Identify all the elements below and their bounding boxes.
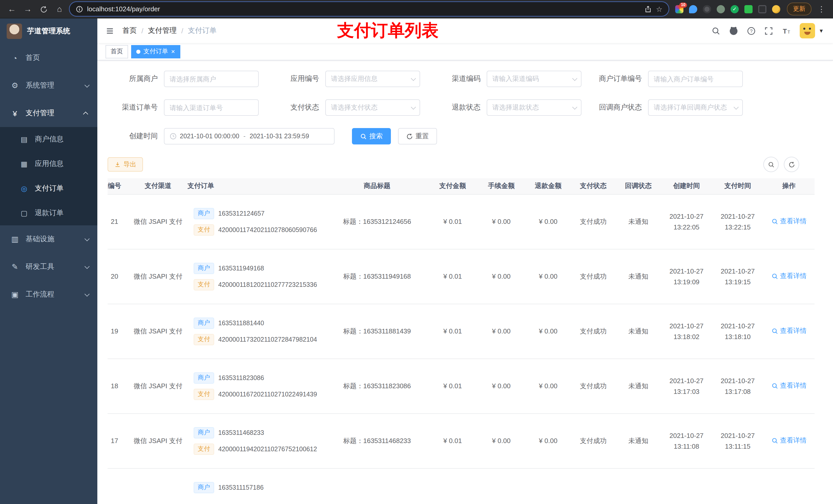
sidebar-item-label: 基础设施	[26, 235, 54, 244]
share-icon[interactable]	[645, 5, 652, 13]
cell-status: 支付成功	[571, 359, 616, 413]
browser-forward-icon[interactable]: →	[22, 0, 33, 18]
merchant-order-no: 1635311468233	[218, 429, 264, 436]
cell-action: 查看详情	[763, 194, 814, 249]
filter-select-app[interactable]: 请选择应用信息	[325, 71, 420, 87]
view-detail-link[interactable]: 查看详情	[771, 217, 807, 226]
navbar-icons: ? TT ▾	[712, 23, 825, 39]
merchant-tag: 商户	[194, 372, 214, 383]
paid-date: 2021-10-27	[712, 320, 763, 331]
reset-button[interactable]: 重置	[398, 128, 437, 144]
merchant-order-line: 商户1635312124657	[188, 208, 326, 219]
palette-extension-icon[interactable]: 10	[675, 5, 684, 13]
date-range-picker[interactable]: 2021-10-01 00:00:00 - 2021-10-31 23:59:5…	[164, 128, 335, 144]
url-bar[interactable]: localhost:1024/pay/order ☆	[70, 2, 669, 16]
sidebar-item-payment[interactable]: ¥支付管理	[0, 99, 97, 127]
github-icon[interactable]	[729, 26, 738, 35]
chat-extension-icon[interactable]	[744, 5, 753, 13]
select-placeholder: 请选择退款状态	[492, 103, 539, 112]
filter-select-channel-code[interactable]: 请输入渠道编码	[487, 71, 581, 87]
filter-input-merchant-order-no[interactable]	[648, 71, 743, 87]
cell-channel: 微信 JSAPI 支付	[128, 304, 188, 359]
check-extension-icon[interactable]: ✓	[731, 5, 739, 13]
created-date: 2021-10-27	[661, 211, 712, 221]
sidebar-item-system[interactable]: ⚙系统管理	[0, 72, 97, 99]
sidebar-item-infrastructure[interactable]: ▥基础设施	[0, 225, 97, 253]
filter-input-merchant[interactable]	[164, 71, 259, 87]
user-avatar[interactable]	[800, 23, 815, 39]
pin-extension-icon[interactable]	[758, 5, 766, 13]
cell-id: 20	[108, 249, 128, 304]
view-detail-link[interactable]: 查看详情	[771, 327, 807, 336]
browser-update-button[interactable]: 更新	[787, 3, 811, 15]
paid-date: 2021-10-27	[712, 430, 763, 441]
logo[interactable]: 芋道管理系统	[0, 19, 97, 44]
sidebar-item-devtools[interactable]: ✎研发工具	[0, 253, 97, 281]
sidebar-subitem-pay-order[interactable]: ◎支付订单	[0, 176, 97, 201]
browser-reload-icon[interactable]	[38, 0, 49, 18]
breadcrumb-item: 支付订单	[188, 26, 217, 35]
select-placeholder: 请输入渠道编码	[492, 74, 539, 83]
url-text[interactable]: localhost:1024/pay/order	[87, 5, 160, 13]
help-icon[interactable]: ?	[747, 26, 756, 35]
browser-menu-icon[interactable]: ⋮	[816, 4, 827, 14]
merchant-order-line: 商户1635311157186	[188, 482, 326, 493]
pay-order-line: 支付4200001167202110271022491439	[188, 388, 326, 400]
search-icon[interactable]	[712, 26, 720, 35]
dark-extension-icon[interactable]	[703, 5, 711, 13]
date-start[interactable]: 2021-10-01 00:00:00	[180, 133, 239, 140]
box-icon: ▣	[10, 290, 20, 299]
gray-extension-icon[interactable]	[717, 5, 725, 13]
browser-home-icon[interactable]: ⌂	[54, 0, 65, 18]
chevron-down-icon	[572, 75, 577, 81]
refresh-button[interactable]	[784, 157, 799, 172]
fullscreen-icon[interactable]	[764, 26, 773, 35]
view-detail-link[interactable]: 查看详情	[771, 436, 807, 446]
caret-down-icon[interactable]: ▾	[820, 27, 823, 34]
search-button[interactable]: 搜索	[352, 128, 391, 144]
created-time: 13:11:08	[661, 441, 712, 452]
filter-input-channel-order-no[interactable]	[164, 99, 259, 116]
submenu-payment: ▤商户信息▦应用信息◎支付订单▢退款订单	[0, 127, 97, 225]
filter-select-notify-status[interactable]: 请选择订单回调商户状态	[648, 99, 743, 116]
view-tab-0[interactable]: 首页	[105, 45, 128, 58]
sidebar-subitem-merchant-info[interactable]: ▤商户信息	[0, 127, 97, 152]
cell-channel: 微信 JSAPI 支付	[128, 413, 188, 468]
toggle-search-button[interactable]	[763, 157, 779, 172]
view-detail-link[interactable]: 查看详情	[771, 381, 807, 390]
created-date: 2021-10-27	[661, 320, 712, 331]
chevron-up-icon	[83, 112, 88, 117]
cell-id: 17	[108, 413, 128, 468]
face-extension-icon[interactable]	[772, 5, 780, 13]
breadcrumb-item[interactable]: 首页	[122, 26, 137, 35]
created-date: 2021-10-27	[661, 430, 712, 441]
close-tab-icon[interactable]: ×	[171, 48, 175, 55]
svg-text:?: ?	[750, 28, 753, 33]
browser-back-icon[interactable]: ←	[6, 0, 18, 18]
filter-select-pay-status[interactable]: 请选择支付状态	[325, 99, 420, 116]
chevron-down-icon	[411, 104, 416, 110]
drop-extension-icon[interactable]	[689, 5, 697, 13]
sidebar-subitem-refund-order[interactable]: ▢退款订单	[0, 201, 97, 225]
cell-refund: ¥ 0.00	[526, 359, 571, 413]
site-info-icon[interactable]	[76, 5, 83, 13]
cell-order: 商户1635311157186	[188, 468, 326, 504]
cell-channel	[128, 468, 188, 504]
sidebar-item-home[interactable]: ◔首页	[0, 44, 97, 72]
view-detail-link[interactable]: 查看详情	[771, 272, 807, 281]
sidebar-menu: ◔首页⚙系统管理¥支付管理▤商户信息▦应用信息◎支付订单▢退款订单▥基础设施✎研…	[0, 44, 97, 308]
export-button[interactable]: 导出	[108, 157, 143, 172]
bookmark-star-icon[interactable]: ☆	[656, 5, 662, 13]
cell-title: 标题：1635311468233	[326, 413, 428, 468]
breadcrumb-item[interactable]: 支付管理	[148, 26, 177, 35]
sidebar-toggle-icon[interactable]	[105, 26, 114, 35]
filter-select-refund-status[interactable]: 请选择退款状态	[487, 99, 581, 116]
sidebar-subitem-app-info[interactable]: ▦应用信息	[0, 152, 97, 176]
font-size-icon[interactable]: TT	[782, 26, 791, 35]
view-tab-1[interactable]: 支付订单×	[131, 45, 180, 58]
date-end[interactable]: 2021-10-31 23:59:59	[250, 133, 309, 140]
screen: ← → ⌂ localhost:1024/pay/order ☆ 10✓ 更新 …	[0, 0, 833, 504]
sidebar-item-workflow[interactable]: ▣工作流程	[0, 281, 97, 308]
column-header-amount: 支付金额	[428, 178, 477, 194]
table-row: 19微信 JSAPI 支付商户1635311881440支付4200001173…	[108, 304, 814, 359]
